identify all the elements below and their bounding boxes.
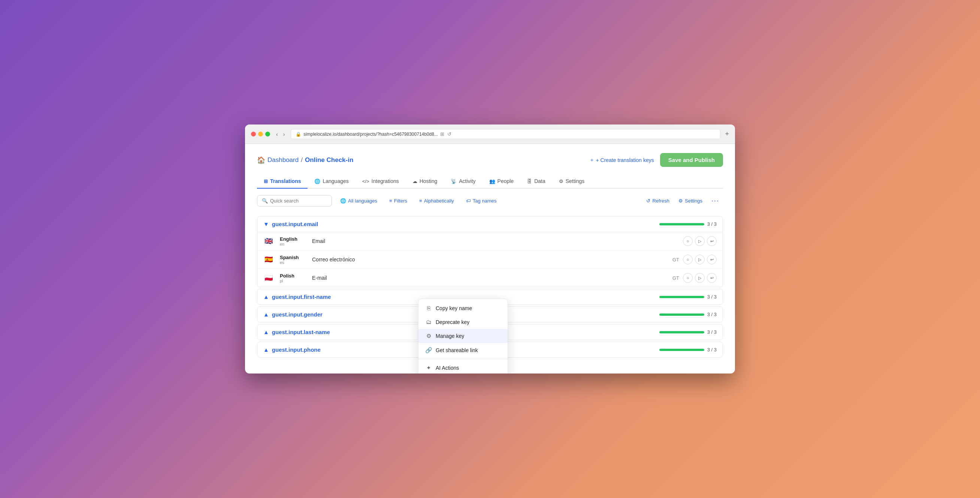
tab-translations-label: Translations bbox=[270, 178, 301, 184]
alphabetically-label: Alphabetically bbox=[424, 198, 454, 204]
tab-activity[interactable]: 📡 Activity bbox=[444, 174, 482, 188]
chevron-up-icon: ▲ bbox=[263, 294, 269, 300]
maximize-button[interactable] bbox=[265, 132, 270, 137]
search-input-wrap[interactable]: 🔍 bbox=[257, 195, 332, 207]
tab-translations[interactable]: ⊞ Translations bbox=[257, 174, 307, 188]
more-button[interactable]: ··· bbox=[708, 195, 723, 207]
tab-people-label: People bbox=[498, 178, 514, 184]
tab-settings-label: Settings bbox=[566, 178, 585, 184]
ctx-divider-1 bbox=[418, 359, 508, 359]
tag-names-button[interactable]: 🏷 Tag names bbox=[462, 196, 501, 206]
lang-info-es: Spanish es bbox=[280, 255, 306, 265]
ctx-deprecate-key[interactable]: 🗂 Deprecate key bbox=[418, 315, 508, 329]
activity-icon: 📡 bbox=[451, 179, 457, 184]
settings-icon: ⚙ bbox=[559, 179, 563, 184]
back-button[interactable]: ‹ bbox=[275, 131, 280, 138]
row-actions-pl: GT ○ ▷ ↩ bbox=[671, 273, 717, 283]
more-options-pl[interactable]: ↩ bbox=[707, 273, 717, 283]
create-keys-button[interactable]: ＋ + Create translation keys bbox=[589, 157, 654, 163]
ctx-ai-actions[interactable]: ✦ AI Actions bbox=[418, 361, 508, 374]
address-bar[interactable]: 🔒 simplelocalize.io/dashboard/projects/?… bbox=[291, 129, 721, 139]
breadcrumb-project: Online Check-in bbox=[305, 156, 353, 164]
key-name-email: ▼ guest.input.email bbox=[263, 221, 318, 227]
globe-icon: 🌐 bbox=[340, 198, 346, 204]
toolbar: 🔍 🌐 All languages ≡ Filters ≡ Alphabetic… bbox=[257, 188, 723, 212]
alphabetically-button[interactable]: ≡ Alphabetically bbox=[415, 196, 458, 206]
translation-row-pl: 🇵🇱 Polish pl GT ○ ▷ ↩ bbox=[257, 269, 723, 287]
tab-people[interactable]: 👥 People bbox=[482, 174, 521, 188]
key-name-phone: ▲ guest.input.phone bbox=[263, 346, 321, 353]
refresh-label: Refresh bbox=[652, 198, 670, 204]
tab-languages[interactable]: 🌐 Languages bbox=[307, 174, 355, 188]
home-icon: 🏠 bbox=[257, 156, 265, 164]
translation-value-en[interactable] bbox=[312, 236, 677, 246]
key-header-email[interactable]: ▼ guest.input.email 3 / 3 bbox=[257, 216, 723, 232]
flag-es: 🇪🇸 bbox=[263, 254, 274, 265]
translations-icon: ⊞ bbox=[264, 179, 268, 184]
plus-icon: ＋ bbox=[589, 157, 595, 163]
close-button[interactable] bbox=[251, 132, 256, 137]
more-options-es[interactable]: ↩ bbox=[707, 255, 717, 264]
key-progress-email: 3 / 3 bbox=[659, 221, 717, 227]
ctx-get-shareable-link[interactable]: 🔗 Get shareable link bbox=[418, 343, 508, 358]
google-translate-icon-es: GT bbox=[671, 255, 681, 264]
traffic-lights bbox=[251, 132, 270, 137]
lang-name-es: Spanish bbox=[280, 255, 306, 260]
tab-integrations[interactable]: </> Integrations bbox=[355, 174, 406, 188]
all-languages-button[interactable]: 🌐 All languages bbox=[336, 196, 381, 206]
flag-pl: 🇵🇱 bbox=[263, 273, 274, 283]
tab-hosting[interactable]: ☁ Hosting bbox=[406, 174, 444, 188]
integrations-icon: </> bbox=[362, 179, 369, 184]
translation-value-es[interactable] bbox=[312, 255, 665, 264]
app-content: 🏠 Dashboard / Online Check-in ＋ + Create… bbox=[245, 144, 735, 358]
keys-list: ▼ guest.input.email 3 / 3 🇬🇧 bbox=[257, 216, 723, 358]
hosting-icon: ☁ bbox=[412, 179, 417, 184]
gear-icon: ⚙ bbox=[678, 198, 683, 204]
more-options-en[interactable]: ↩ bbox=[707, 236, 717, 246]
create-keys-label: + Create translation keys bbox=[596, 157, 654, 163]
ctx-ai-label: AI Actions bbox=[436, 365, 459, 371]
filters-label: Filters bbox=[394, 198, 407, 204]
sort-icon: ≡ bbox=[419, 198, 422, 204]
tab-data[interactable]: 🗄 Data bbox=[520, 174, 552, 188]
refresh-button[interactable]: ↺ Refresh bbox=[643, 196, 673, 206]
ctx-shareable-label: Get shareable link bbox=[436, 347, 478, 353]
new-tab-button[interactable]: + bbox=[725, 130, 729, 138]
tab-hosting-label: Hosting bbox=[420, 178, 437, 184]
translation-value-pl[interactable] bbox=[312, 273, 665, 283]
ctx-deprecate-label: Deprecate key bbox=[436, 319, 469, 325]
translations-table-email: 🇬🇧 English en ○ ▷ ↩ bbox=[257, 232, 723, 287]
circle-button-en[interactable]: ○ bbox=[683, 236, 693, 246]
forward-button[interactable]: › bbox=[282, 131, 286, 138]
minimize-button[interactable] bbox=[258, 132, 263, 137]
header-actions: ＋ + Create translation keys Save and Pub… bbox=[589, 153, 723, 167]
search-input[interactable] bbox=[270, 198, 327, 204]
breadcrumb-separator: / bbox=[301, 156, 303, 164]
languages-icon: 🌐 bbox=[314, 179, 320, 184]
deprecate-icon: 🗂 bbox=[425, 319, 432, 325]
browser-nav: ‹ › bbox=[275, 131, 286, 138]
play-button-en[interactable]: ▷ bbox=[695, 236, 705, 246]
play-button-es[interactable]: ▷ bbox=[695, 255, 705, 264]
filters-button[interactable]: ≡ Filters bbox=[385, 196, 411, 206]
ai-icon: ✦ bbox=[425, 364, 432, 371]
copy-icon: ⎘ bbox=[425, 305, 432, 311]
refresh-icon: ↺ bbox=[646, 198, 650, 204]
tab-settings[interactable]: ⚙ Settings bbox=[552, 174, 592, 188]
main-nav: ⊞ Translations 🌐 Languages </> Integrati… bbox=[257, 174, 723, 188]
ctx-copy-label: Copy key name bbox=[436, 305, 472, 311]
progress-bar-email bbox=[659, 223, 704, 225]
toolbar-settings-label: Settings bbox=[685, 198, 702, 204]
play-button-pl[interactable]: ▷ bbox=[695, 273, 705, 283]
tab-integrations-label: Integrations bbox=[372, 178, 399, 184]
circle-button-pl[interactable]: ○ bbox=[683, 273, 693, 283]
toolbar-settings-button[interactable]: ⚙ Settings bbox=[675, 196, 706, 206]
ctx-manage-key[interactable]: ⚙ Manage key bbox=[418, 329, 508, 343]
refresh-icon[interactable]: ↺ bbox=[447, 131, 452, 137]
chevron-up-icon: ▲ bbox=[263, 329, 269, 335]
circle-button-es[interactable]: ○ bbox=[683, 255, 693, 264]
ctx-copy-key-name[interactable]: ⎘ Copy key name bbox=[418, 301, 508, 315]
tab-data-label: Data bbox=[534, 178, 546, 184]
all-languages-label: All languages bbox=[348, 198, 377, 204]
save-publish-button[interactable]: Save and Publish bbox=[660, 153, 723, 167]
